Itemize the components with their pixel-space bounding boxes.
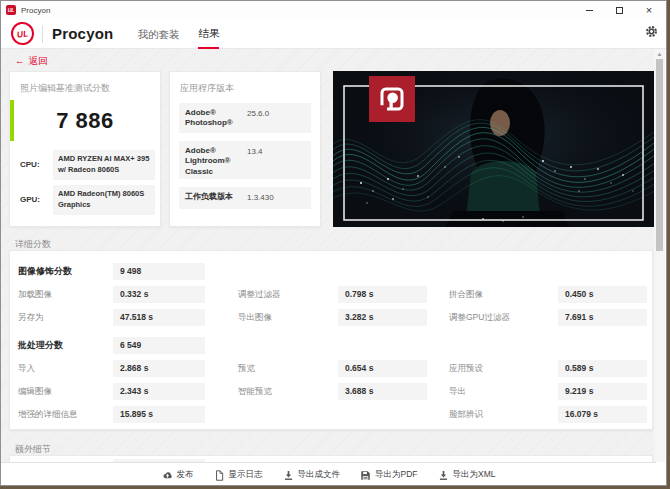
version-label: 工作负载版本 <box>185 192 247 204</box>
metric-label: 预览 <box>238 360 338 377</box>
scroll-up-icon[interactable]: ▲ <box>654 49 665 59</box>
cpu-row: CPU: AMD RYZEN AI MAX+ 395 w/ Radeon 806… <box>10 150 160 180</box>
metric-value: 15.895 s <box>113 406 205 423</box>
back-label: 返回 <box>29 55 48 66</box>
metric-label: 编辑图像 <box>18 383 113 400</box>
divider <box>42 25 43 43</box>
metric-value: 0.332 s <box>113 286 205 303</box>
gpu-row: GPU: AMD Radeon(TM) 8060S Graphics <box>10 185 160 215</box>
version-value: 13.4 <box>247 146 263 174</box>
brand-name: Procyon <box>52 25 113 42</box>
maximize-icon <box>616 7 623 14</box>
retouch-score-label: 图像修饰分数 <box>18 263 113 280</box>
export-file-label: 导出成文件 <box>298 469 341 481</box>
metric-label: 另存为 <box>18 309 113 326</box>
metric-value: 0.654 s <box>338 360 427 377</box>
metric-row: 编辑图像 2.343 s 智能预览 3.688 s 导出 9.219 s <box>18 383 652 400</box>
export-pdf-button[interactable]: 导出为PDF <box>360 469 418 481</box>
metric-label: 增强的详细信息 <box>18 406 113 423</box>
cpu-value: AMD RYZEN AI MAX+ 395 w/ Radeon 8060S <box>53 150 155 180</box>
gear-icon <box>645 25 658 38</box>
metric-value: 9.219 s <box>558 383 647 400</box>
vertical-scrollbar[interactable]: ▲ <box>654 49 665 462</box>
batch-score-value: 6 549 <box>113 337 205 354</box>
publish-button[interactable]: 发布 <box>162 469 194 481</box>
back-link[interactable]: ←返回 <box>15 55 48 68</box>
gpu-value: AMD Radeon(TM) 8060S Graphics <box>53 185 155 215</box>
metric-value: 0.589 s <box>558 360 647 377</box>
version-row-workload: 工作负载版本 1.3.430 <box>179 187 311 209</box>
benchmark-score: 7 886 <box>10 108 160 134</box>
app-icon: UL <box>6 5 16 15</box>
document-icon <box>214 470 225 481</box>
metric-label: 拼合图像 <box>449 286 558 303</box>
export-file-button[interactable]: 导出成文件 <box>283 469 341 481</box>
version-label: Adobe® Lightroom® Classic <box>185 146 247 174</box>
download-icon <box>283 470 294 481</box>
photo-benchmark-icon <box>377 84 407 114</box>
main-tabs: 我的套装 结果 <box>137 19 238 49</box>
metric-label: 调整GPU过滤器 <box>449 309 558 326</box>
minimize-button[interactable] <box>574 1 604 19</box>
minimize-icon <box>586 10 593 11</box>
version-value: 25.6.0 <box>247 108 269 128</box>
version-value: 1.3.430 <box>247 192 274 204</box>
title-bar: UL Procyon × <box>1 1 666 19</box>
score-card-title: 照片编辑基准测试分数 <box>10 72 160 95</box>
export-xml-button[interactable]: 导出为XML <box>438 469 496 481</box>
show-log-label: 显示日志 <box>229 469 263 481</box>
metric-label: 智能预览 <box>238 383 338 400</box>
cpu-label: CPU: <box>20 160 53 169</box>
window-title: Procyon <box>21 6 50 15</box>
save-icon <box>360 470 371 481</box>
metric-row: 导入 2.868 s 预览 0.654 s 应用预设 0.589 s <box>18 360 652 377</box>
metric-value: 0.450 s <box>558 286 647 303</box>
tab-my-suites[interactable]: 我的套装 <box>137 19 179 49</box>
cloud-upload-icon <box>162 470 173 481</box>
app-header: UL Procyon 我的套装 结果 <box>1 19 666 49</box>
metric-row: 加载图像 0.332 s 调整过滤器 0.798 s 拼合图像 0.450 s <box>18 286 652 303</box>
score-card: 照片编辑基准测试分数 7 886 CPU: AMD RYZEN AI MAX+ … <box>9 71 161 227</box>
procyon-photo-logo <box>369 76 415 122</box>
metric-value: 2.343 s <box>113 383 205 400</box>
settings-button[interactable] <box>645 24 658 42</box>
metric-label: 加载图像 <box>18 286 113 303</box>
publish-label: 发布 <box>177 469 194 481</box>
retouch-score-value: 9 498 <box>113 263 205 280</box>
show-log-button[interactable]: 显示日志 <box>214 469 263 481</box>
app-versions-card: 应用程序版本 Adobe® Photoshop® 25.6.0 Adobe® L… <box>169 71 321 227</box>
batch-score-label: 批处理分数 <box>18 337 113 354</box>
metric-value: 0.798 s <box>338 286 427 303</box>
metric-label: 导入 <box>18 360 113 377</box>
back-arrow-icon: ← <box>15 55 25 66</box>
metric-label: 调整过滤器 <box>238 286 338 303</box>
versions-card-title: 应用程序版本 <box>170 72 320 95</box>
tab-results[interactable]: 结果 <box>198 19 219 49</box>
hero-image <box>333 71 654 227</box>
metric-value: 3.282 s <box>338 309 427 326</box>
content-area: ←返回 照片编辑基准测试分数 7 886 CPU: AMD RYZEN AI M… <box>1 49 656 462</box>
metric-label: 导出 <box>449 383 558 400</box>
metric-value: 47.518 s <box>113 309 205 326</box>
export-pdf-label: 导出为PDF <box>375 469 418 481</box>
metric-row: 另存为 47.518 s 导出图像 3.282 s 调整GPU过滤器 7.691… <box>18 309 652 326</box>
metric-label: 脸部辨识 <box>449 406 558 423</box>
metric-value: 3.688 s <box>338 383 427 400</box>
metric-value: 2.868 s <box>113 360 205 377</box>
ul-logo: UL <box>10 21 36 47</box>
version-row-lightroom: Adobe® Lightroom® Classic 13.4 <box>179 141 311 179</box>
app-window: UL Procyon × UL Procyon 我的套装 结果 ←返回 <box>0 0 667 486</box>
version-label: Adobe® Photoshop® <box>185 108 247 128</box>
scrollbar-thumb[interactable] <box>656 59 663 251</box>
metric-row: 增强的详细信息 15.895 s 脸部辨识 16.079 s <box>18 406 652 423</box>
close-icon: × <box>646 5 652 16</box>
metric-value: 7.691 s <box>558 309 647 326</box>
maximize-button[interactable] <box>604 1 634 19</box>
score-row-batch: 批处理分数 6 549 <box>18 337 652 354</box>
download-icon <box>438 470 449 481</box>
metric-label: 导出图像 <box>238 309 338 326</box>
metric-label: 应用预设 <box>449 360 558 377</box>
close-button[interactable]: × <box>634 1 664 19</box>
footer-bar: 发布 显示日志 导出成文件 导出为PDF <box>1 462 656 486</box>
metric-value: 16.079 s <box>558 406 647 423</box>
